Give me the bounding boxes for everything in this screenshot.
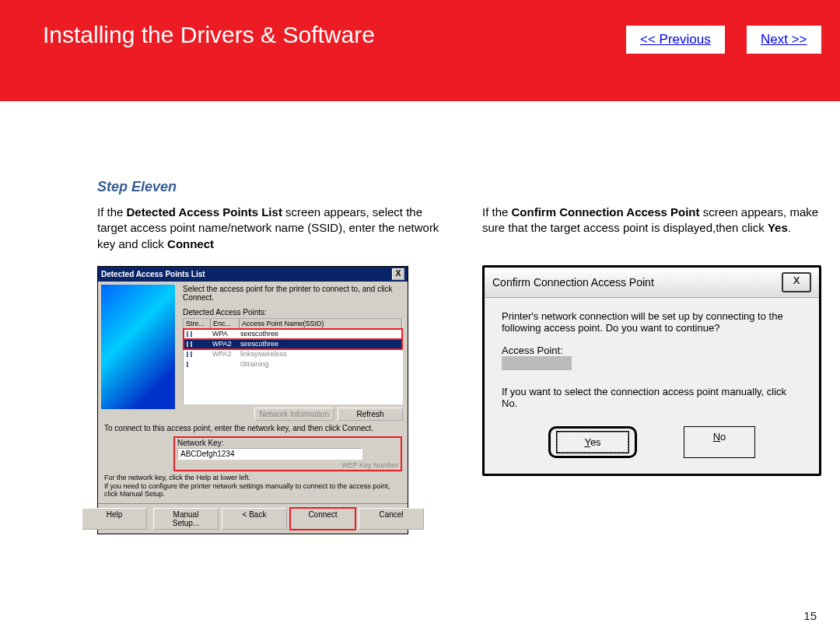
cancel-button[interactable]: Cancel [359,508,424,530]
col-ssid[interactable]: Access Point Name(SSID) [240,319,402,328]
network-info-button: Network Information [254,408,334,421]
list-label: Detected Access Points: [183,308,403,317]
left-instruction: If the Detected Access Points List scree… [97,205,439,252]
close-icon[interactable]: X [392,268,404,280]
access-points-table: Stre... Enc... Access Point Name(SSID) ⫿… [183,318,403,404]
manual-setup-button[interactable]: Manual Setup... [153,508,219,530]
next-button[interactable]: Next >> [747,26,821,54]
window-title-text: Detected Access Points List [101,270,205,278]
page-number: 15 [803,609,817,622]
yes-button[interactable]: Yes [557,432,628,453]
table-row-selected[interactable]: ⫿⫿ WPA2 seescothree [184,339,402,349]
dialog-message: Printer's network connection will be set… [502,310,802,334]
dialog-title: Confirm Connection Access Point [492,276,654,289]
signal-icon: ⫿⫿ [184,350,210,358]
right-instruction: If the Confirm Connection Access Point s… [482,205,824,251]
fine-print: For the network key, click the Help at l… [104,474,401,499]
back-button[interactable]: < Back [222,508,287,530]
page-title: Installing the Drivers & Software [43,22,375,48]
col-encryption[interactable]: Enc... [211,319,240,328]
step-heading: Step Eleven [97,179,809,195]
manual-message: If you want to select the connection acc… [502,386,802,409]
table-row[interactable]: ⫿ i3training [184,359,402,369]
table-row[interactable]: ⫿⫿ WPA2 linksyswireless [184,349,402,359]
col-strength[interactable]: Stre... [184,319,211,328]
detected-ap-window: Detected Access Points List X Select the… [97,266,408,534]
refresh-button[interactable]: Refresh [338,408,403,421]
signal-icon: ⫿⫿ [184,330,210,338]
header-bar: Installing the Drivers & Software << Pre… [0,0,840,101]
wireless-banner-image [101,285,175,409]
no-button[interactable]: No [684,426,755,458]
confirm-dialog: Confirm Connection Access Point X Printe… [482,265,821,476]
network-key-label: Network Key: [177,439,398,447]
signal-icon: ⫿ [184,360,210,368]
ap-value-redacted [502,356,572,370]
window-titlebar: Detected Access Points List X [98,267,408,282]
table-row[interactable]: ⫿⫿ WPA seescothree [184,329,402,339]
left-column: If the Detected Access Points List scree… [97,205,439,534]
close-icon[interactable]: X [782,272,811,292]
help-button[interactable]: Help [82,508,147,530]
connect-button[interactable]: Connect [290,508,355,530]
signal-icon: ⫿⫿ [184,340,210,348]
previous-button[interactable]: << Previous [626,26,725,54]
network-key-input[interactable]: ABCDefgh1234 [177,448,362,460]
yes-highlight: Yes [548,426,637,458]
wep-label: WEP Key Number [177,461,398,469]
ap-label: Access Point: [502,345,802,356]
right-column: If the Confirm Connection Access Point s… [482,205,824,534]
connect-hint: To connect to this access point, enter t… [104,424,401,432]
window-instruction: Select the access point for the printer … [183,285,403,302]
content-area: Step Eleven If the Detected Access Point… [0,101,840,534]
